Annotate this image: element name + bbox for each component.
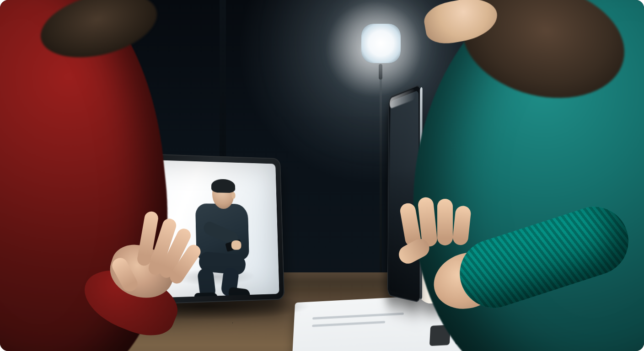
- scene-photo: [0, 0, 644, 351]
- lamp-neck: [379, 64, 382, 80]
- lamp-icon: [361, 24, 401, 63]
- hand-left: [91, 215, 197, 302]
- hand-right: [390, 193, 486, 277]
- window-mullion: [220, 0, 226, 165]
